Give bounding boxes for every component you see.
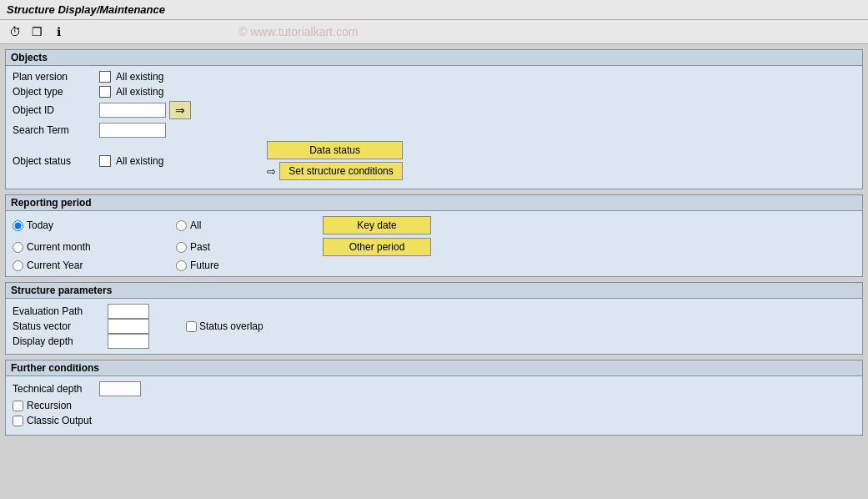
object-status-label: Object status <box>13 155 96 167</box>
data-status-button[interactable]: Data status <box>267 141 402 159</box>
status-vector-row: Status vector Status overlap <box>13 319 855 334</box>
plan-version-label: Plan version <box>13 71 96 83</box>
evaluation-path-input[interactable] <box>108 304 149 319</box>
main-content: Objects Plan version All existing Object… <box>0 44 868 446</box>
current-month-cell: Current month <box>13 241 163 253</box>
all-cell: All <box>176 219 309 231</box>
classic-output-row: Classic Output <box>13 415 855 426</box>
current-year-radio[interactable] <box>13 260 23 271</box>
classic-output-label: Classic Output <box>27 415 92 426</box>
plan-version-checkbox[interactable] <box>99 71 111 83</box>
recursion-row: Recursion <box>13 400 855 411</box>
structure-parameters-title: Structure parameters <box>6 283 862 299</box>
current-month-label: Current month <box>27 241 91 253</box>
copy-icon[interactable]: ❐ <box>28 23 45 40</box>
set-structure-conditions-button[interactable]: Set structure conditions <box>279 162 402 180</box>
object-type-label: Object type <box>13 86 96 98</box>
key-date-button[interactable]: Key date <box>323 216 431 234</box>
current-year-label: Current Year <box>27 260 83 271</box>
future-radio[interactable] <box>176 260 187 271</box>
status-overlap-checkbox[interactable] <box>186 321 197 332</box>
status-vector-label: Status vector <box>13 320 104 332</box>
plan-version-all-existing: All existing <box>116 71 163 83</box>
past-cell: Past <box>176 241 309 253</box>
object-id-row: Object ID ⇒ <box>13 101 855 119</box>
other-period-cell: Other period <box>323 238 855 256</box>
technical-depth-row: Technical depth <box>13 381 855 396</box>
status-vector-input[interactable] <box>108 319 149 334</box>
further-conditions-body: Technical depth Recursion Classic Output <box>6 376 862 435</box>
page-title: Structure Display/Maintenance <box>7 3 165 16</box>
reporting-period-title: Reporting period <box>6 195 862 211</box>
reporting-period-section: Reporting period Today All Key date <box>5 194 863 277</box>
status-overlap-label: Status overlap <box>199 320 263 332</box>
recursion-checkbox[interactable] <box>13 401 23 411</box>
clock-icon[interactable]: ⏱ <box>7 23 23 40</box>
object-status-checkbox[interactable] <box>99 155 111 167</box>
search-term-input[interactable] <box>99 123 166 138</box>
reporting-period-body: Today All Key date Current month Past <box>6 211 862 276</box>
plan-version-row: Plan version All existing <box>13 71 855 83</box>
watermark: © www.tutorialkart.com <box>238 25 358 38</box>
object-type-row: Object type All existing <box>13 86 855 98</box>
toolbar: ⏱ ❐ ℹ © www.tutorialkart.com <box>0 20 868 44</box>
key-date-cell: Key date <box>323 216 855 234</box>
display-depth-row: Display depth <box>13 334 855 349</box>
future-cell: Future <box>176 260 309 271</box>
structure-parameters-body: Evaluation Path Status vector Status ove… <box>6 299 862 354</box>
current-year-cell: Current Year <box>13 260 163 271</box>
object-status-all-existing: All existing <box>116 155 163 167</box>
future-label: Future <box>190 260 219 271</box>
today-radio[interactable] <box>13 220 23 231</box>
structure-parameters-section: Structure parameters Evaluation Path Sta… <box>5 282 863 355</box>
display-depth-input[interactable] <box>108 334 149 349</box>
today-label: Today <box>27 219 53 231</box>
past-radio[interactable] <box>176 242 187 253</box>
object-id-label: Object ID <box>13 104 96 116</box>
recursion-label: Recursion <box>27 400 72 411</box>
object-status-row: Object status All existing Data status ⇨… <box>13 141 855 180</box>
object-id-input[interactable] <box>99 103 166 118</box>
past-label: Past <box>190 241 210 253</box>
object-type-all-existing: All existing <box>116 86 163 98</box>
further-conditions-section: Further conditions Technical depth Recur… <box>5 360 863 436</box>
objects-section-title: Objects <box>6 50 862 66</box>
all-radio[interactable] <box>176 220 187 231</box>
current-month-radio[interactable] <box>13 242 23 253</box>
object-type-checkbox[interactable] <box>99 86 111 98</box>
info-icon[interactable]: ℹ <box>50 23 67 40</box>
search-term-label: Search Term <box>13 124 96 136</box>
search-term-row: Search Term <box>13 123 855 138</box>
objects-section: Objects Plan version All existing Object… <box>5 49 863 189</box>
all-label: All <box>190 219 201 231</box>
technical-depth-input[interactable] <box>99 381 141 396</box>
classic-output-checkbox[interactable] <box>13 416 23 426</box>
today-cell: Today <box>13 219 163 231</box>
further-conditions-title: Further conditions <box>6 360 862 376</box>
evaluation-path-label: Evaluation Path <box>13 305 104 317</box>
other-period-button[interactable]: Other period <box>323 238 431 256</box>
object-id-arrow-button[interactable]: ⇒ <box>169 101 191 119</box>
title-bar: Structure Display/Maintenance <box>0 0 868 20</box>
objects-section-body: Plan version All existing Object type Al… <box>6 66 862 189</box>
evaluation-path-row: Evaluation Path <box>13 304 855 319</box>
display-depth-label: Display depth <box>13 335 104 347</box>
technical-depth-label: Technical depth <box>13 383 96 395</box>
